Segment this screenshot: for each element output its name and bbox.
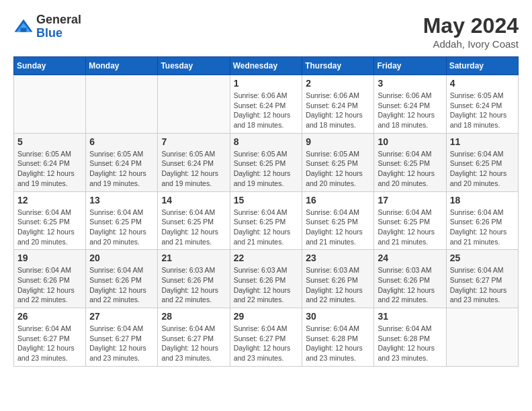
day-number: 26 <box>17 311 82 322</box>
location: Addah, Ivory Coast <box>423 38 519 50</box>
day-info: Sunrise: 6:04 AM Sunset: 6:26 PM Dayligh… <box>17 265 82 305</box>
calendar-cell: 1Sunrise: 6:06 AM Sunset: 6:24 PM Daylig… <box>230 75 302 134</box>
calendar-week-row: 5Sunrise: 6:05 AM Sunset: 6:24 PM Daylig… <box>14 133 519 191</box>
day-number: 2 <box>306 78 370 89</box>
calendar-cell <box>86 75 158 134</box>
day-info: Sunrise: 6:04 AM Sunset: 6:25 PM Dayligh… <box>378 208 442 247</box>
calendar-cell <box>14 75 86 134</box>
calendar-week-row: 1Sunrise: 6:06 AM Sunset: 6:24 PM Daylig… <box>14 75 519 134</box>
logo-text: General Blue <box>36 13 81 40</box>
day-number: 30 <box>306 311 370 322</box>
weekday-header-row: SundayMondayTuesdayWednesdayThursdayFrid… <box>14 57 519 75</box>
calendar-cell: 12Sunrise: 6:04 AM Sunset: 6:25 PM Dayli… <box>14 191 86 250</box>
calendar-cell: 19Sunrise: 6:04 AM Sunset: 6:26 PM Dayli… <box>14 250 86 308</box>
day-info: Sunrise: 6:05 AM Sunset: 6:24 PM Dayligh… <box>17 149 82 189</box>
svg-rect-2 <box>21 28 27 32</box>
calendar-cell: 30Sunrise: 6:04 AM Sunset: 6:28 PM Dayli… <box>302 308 374 367</box>
calendar-cell: 22Sunrise: 6:03 AM Sunset: 6:26 PM Dayli… <box>230 250 302 308</box>
day-info: Sunrise: 6:03 AM Sunset: 6:26 PM Dayligh… <box>234 265 299 305</box>
day-info: Sunrise: 6:06 AM Sunset: 6:24 PM Dayligh… <box>234 91 299 130</box>
weekday-header: Saturday <box>446 57 518 75</box>
month-year: May 2024 <box>423 13 519 38</box>
day-number: 5 <box>17 136 82 147</box>
day-info: Sunrise: 6:03 AM Sunset: 6:26 PM Dayligh… <box>306 265 370 305</box>
day-number: 13 <box>89 195 154 205</box>
day-number: 21 <box>161 253 226 263</box>
day-info: Sunrise: 6:05 AM Sunset: 6:24 PM Dayligh… <box>450 91 515 130</box>
day-info: Sunrise: 6:04 AM Sunset: 6:28 PM Dayligh… <box>306 324 370 363</box>
day-info: Sunrise: 6:03 AM Sunset: 6:26 PM Dayligh… <box>161 265 226 305</box>
day-number: 24 <box>378 253 442 263</box>
calendar-cell: 13Sunrise: 6:04 AM Sunset: 6:25 PM Dayli… <box>86 191 158 250</box>
weekday-header: Monday <box>86 57 158 75</box>
day-info: Sunrise: 6:05 AM Sunset: 6:24 PM Dayligh… <box>161 149 226 189</box>
calendar-cell: 20Sunrise: 6:04 AM Sunset: 6:26 PM Dayli… <box>86 250 158 308</box>
calendar-week-row: 19Sunrise: 6:04 AM Sunset: 6:26 PM Dayli… <box>14 250 519 308</box>
day-number: 15 <box>234 195 299 205</box>
day-number: 7 <box>161 136 226 147</box>
calendar-cell: 14Sunrise: 6:04 AM Sunset: 6:25 PM Dayli… <box>158 191 230 250</box>
day-info: Sunrise: 6:04 AM Sunset: 6:25 PM Dayligh… <box>89 208 154 247</box>
day-number: 1 <box>234 78 299 89</box>
day-info: Sunrise: 6:05 AM Sunset: 6:24 PM Dayligh… <box>89 149 154 189</box>
calendar-cell: 21Sunrise: 6:03 AM Sunset: 6:26 PM Dayli… <box>158 250 230 308</box>
day-info: Sunrise: 6:04 AM Sunset: 6:27 PM Dayligh… <box>234 324 299 363</box>
calendar-table: SundayMondayTuesdayWednesdayThursdayFrid… <box>13 56 519 367</box>
day-info: Sunrise: 6:04 AM Sunset: 6:27 PM Dayligh… <box>17 324 82 363</box>
day-number: 11 <box>450 136 515 147</box>
day-number: 9 <box>306 136 370 147</box>
day-info: Sunrise: 6:04 AM Sunset: 6:25 PM Dayligh… <box>17 208 82 247</box>
day-number: 12 <box>17 195 82 205</box>
weekday-header: Thursday <box>302 57 374 75</box>
day-info: Sunrise: 6:04 AM Sunset: 6:25 PM Dayligh… <box>234 208 299 247</box>
day-number: 23 <box>306 253 370 263</box>
calendar-cell: 2Sunrise: 6:06 AM Sunset: 6:24 PM Daylig… <box>302 75 374 134</box>
calendar-cell <box>158 75 230 134</box>
calendar-cell: 28Sunrise: 6:04 AM Sunset: 6:27 PM Dayli… <box>158 308 230 367</box>
day-number: 6 <box>89 136 154 147</box>
day-number: 29 <box>234 311 299 322</box>
calendar-cell: 25Sunrise: 6:04 AM Sunset: 6:27 PM Dayli… <box>446 250 518 308</box>
calendar-week-row: 12Sunrise: 6:04 AM Sunset: 6:25 PM Dayli… <box>14 191 519 250</box>
calendar-cell: 27Sunrise: 6:04 AM Sunset: 6:27 PM Dayli… <box>86 308 158 367</box>
day-info: Sunrise: 6:04 AM Sunset: 6:27 PM Dayligh… <box>161 324 226 363</box>
day-number: 20 <box>89 253 154 263</box>
calendar-cell: 10Sunrise: 6:04 AM Sunset: 6:25 PM Dayli… <box>374 133 446 191</box>
day-info: Sunrise: 6:04 AM Sunset: 6:25 PM Dayligh… <box>161 208 226 247</box>
calendar-cell: 9Sunrise: 6:05 AM Sunset: 6:25 PM Daylig… <box>302 133 374 191</box>
calendar-cell: 15Sunrise: 6:04 AM Sunset: 6:25 PM Dayli… <box>230 191 302 250</box>
title-block: May 2024 Addah, Ivory Coast <box>423 13 519 50</box>
day-info: Sunrise: 6:04 AM Sunset: 6:27 PM Dayligh… <box>89 324 154 363</box>
calendar-cell: 5Sunrise: 6:05 AM Sunset: 6:24 PM Daylig… <box>14 133 86 191</box>
calendar-cell: 23Sunrise: 6:03 AM Sunset: 6:26 PM Dayli… <box>302 250 374 308</box>
day-number: 16 <box>306 195 370 205</box>
day-number: 22 <box>234 253 299 263</box>
day-number: 4 <box>450 78 515 89</box>
day-number: 18 <box>450 195 515 205</box>
calendar-cell: 26Sunrise: 6:04 AM Sunset: 6:27 PM Dayli… <box>14 308 86 367</box>
calendar-cell: 3Sunrise: 6:06 AM Sunset: 6:24 PM Daylig… <box>374 75 446 134</box>
day-info: Sunrise: 6:03 AM Sunset: 6:26 PM Dayligh… <box>378 265 442 305</box>
day-info: Sunrise: 6:04 AM Sunset: 6:26 PM Dayligh… <box>89 265 154 305</box>
day-number: 8 <box>234 136 299 147</box>
calendar-cell: 7Sunrise: 6:05 AM Sunset: 6:24 PM Daylig… <box>158 133 230 191</box>
calendar-cell: 4Sunrise: 6:05 AM Sunset: 6:24 PM Daylig… <box>446 75 518 134</box>
weekday-header: Tuesday <box>158 57 230 75</box>
day-info: Sunrise: 6:04 AM Sunset: 6:26 PM Dayligh… <box>450 208 515 247</box>
weekday-header: Friday <box>374 57 446 75</box>
calendar-cell: 24Sunrise: 6:03 AM Sunset: 6:26 PM Dayli… <box>374 250 446 308</box>
logo-icon <box>13 17 34 37</box>
calendar-cell: 16Sunrise: 6:04 AM Sunset: 6:25 PM Dayli… <box>302 191 374 250</box>
day-number: 19 <box>17 253 82 263</box>
calendar-week-row: 26Sunrise: 6:04 AM Sunset: 6:27 PM Dayli… <box>14 308 519 367</box>
day-info: Sunrise: 6:04 AM Sunset: 6:27 PM Dayligh… <box>450 265 515 305</box>
weekday-header: Wednesday <box>230 57 302 75</box>
calendar-cell: 18Sunrise: 6:04 AM Sunset: 6:26 PM Dayli… <box>446 191 518 250</box>
day-number: 10 <box>378 136 442 147</box>
calendar-cell: 31Sunrise: 6:04 AM Sunset: 6:28 PM Dayli… <box>374 308 446 367</box>
calendar-cell: 6Sunrise: 6:05 AM Sunset: 6:24 PM Daylig… <box>86 133 158 191</box>
day-info: Sunrise: 6:06 AM Sunset: 6:24 PM Dayligh… <box>306 91 370 130</box>
calendar-cell: 17Sunrise: 6:04 AM Sunset: 6:25 PM Dayli… <box>374 191 446 250</box>
day-number: 31 <box>378 311 442 322</box>
day-number: 28 <box>161 311 226 322</box>
